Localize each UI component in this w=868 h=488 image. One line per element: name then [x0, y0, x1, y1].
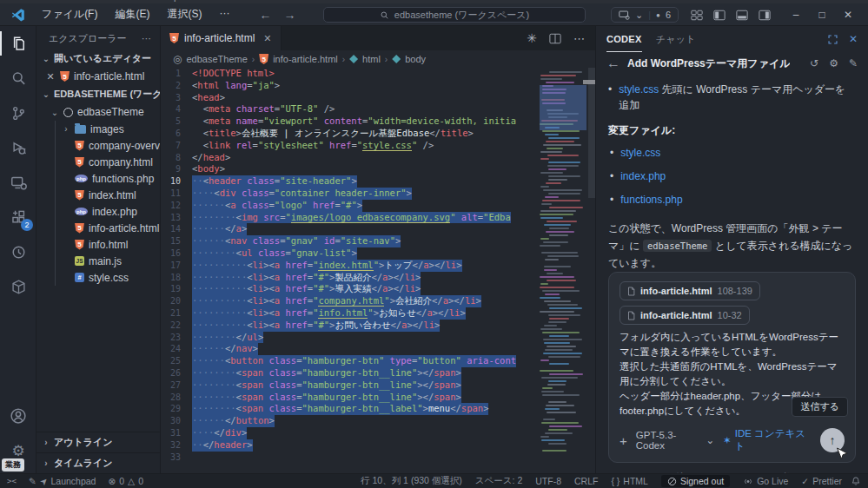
history-icon[interactable]: ↺ — [810, 57, 818, 69]
minimize-button[interactable]: – — [783, 3, 809, 26]
code-line[interactable]: 19··········<li><a href="#">導入実績</a></li… — [161, 283, 595, 295]
code-line[interactable]: 3<head> — [161, 92, 595, 104]
new-chat-icon[interactable]: ✎ — [849, 57, 858, 69]
notifications-bell[interactable] — [851, 476, 861, 486]
tab-info-article[interactable]: 5 info-article.html ✕ — [161, 26, 282, 50]
source-control-icon[interactable] — [0, 96, 36, 130]
code-line[interactable]: 22··········<li><a href="#">お問い合わせ</a></… — [161, 320, 595, 332]
code-line[interactable]: 26········<span class="hamburger-btn__li… — [161, 367, 595, 379]
code-line[interactable]: 17··········<li><a href="index.html">トップ… — [161, 260, 595, 272]
tree-item-company-overv-[interactable]: 5company-overv... — [56, 137, 160, 154]
changed-file-link[interactable]: index.php — [620, 170, 666, 182]
toggle-sidebar-left-icon[interactable] — [713, 10, 726, 21]
code-line[interactable]: 16········<ul class="gnav-list"> — [161, 247, 595, 260]
code-line[interactable]: 5 <meta name="viewport" content="width=d… — [161, 115, 595, 128]
menu-item[interactable]: 編集(E) — [108, 5, 156, 23]
screencast-badge-group[interactable]: ⌄ | ● 6 — [611, 7, 679, 23]
code-line[interactable]: 11····<div class="container header-inner… — [161, 188, 595, 200]
sidebar-more-icon[interactable]: ⋯ — [142, 33, 151, 44]
maximize-button[interactable]: □ — [809, 3, 835, 26]
customize-layout-icon[interactable] — [691, 10, 703, 21]
code-line[interactable]: 20··········<li><a href="company.html">会… — [161, 295, 595, 307]
run-debug-icon[interactable] — [0, 130, 36, 165]
code-line[interactable]: 7 <link rel="stylesheet" href="style.css… — [161, 140, 595, 152]
tree-item-main-js[interactable]: JSmain.js — [56, 253, 160, 269]
menu-item[interactable]: 選択(S) — [160, 5, 209, 23]
code-line[interactable]: 32··</header> — [161, 439, 595, 452]
menu-item[interactable]: ファイル(F) — [35, 5, 104, 23]
openai-icon[interactable]: ✳ — [527, 31, 537, 45]
code-line[interactable]: 30······</button> — [161, 415, 595, 427]
tree-item-style-css[interactable]: #style.css — [56, 269, 160, 286]
code-line[interactable]: 28········<span class="hamburger-btn__li… — [161, 392, 595, 404]
code-line[interactable]: 27········<span class="hamburger-btn__li… — [161, 379, 595, 392]
code-line[interactable]: 33 — [161, 452, 595, 464]
minimap[interactable] — [540, 71, 586, 470]
explorer-icon[interactable] — [0, 26, 36, 61]
model-selector[interactable]: GPT-5.3-Codex ⌄ — [636, 430, 714, 451]
nav-forward-icon[interactable]: → — [283, 8, 295, 22]
code-line[interactable]: 10··<header class="site-header"> — [161, 175, 595, 188]
account-icon[interactable] — [0, 399, 36, 433]
code-line[interactable]: 25······<button class="hamburger-btn" ty… — [161, 355, 595, 367]
expand-panel-icon[interactable] — [827, 34, 838, 45]
indentation[interactable]: スペース: 2 — [475, 475, 522, 487]
breadcrumb-item-file[interactable]: info-article.html — [273, 54, 338, 64]
attach-plus-icon[interactable]: + — [620, 433, 627, 448]
code-line[interactable]: 4 <meta charset="UTF-8" /> — [161, 103, 595, 115]
nav-back-icon[interactable]: ← — [259, 8, 271, 22]
code-line[interactable]: 2<html lang="ja"> — [161, 80, 595, 92]
code-line[interactable]: 18··········<li><a href="#">製品紹介</a></li… — [161, 272, 595, 284]
menu-item[interactable]: ··· — [212, 5, 236, 23]
package-icon[interactable] — [0, 269, 36, 304]
eol[interactable]: CRLF — [574, 476, 598, 486]
close-tab-icon[interactable]: ✕ — [263, 33, 271, 44]
back-icon[interactable]: ← — [606, 56, 620, 71]
code-line[interactable]: 14······</a> — [161, 223, 595, 235]
code-editor[interactable]: 1<!DOCTYPE html>2<html lang="ja">3<head>… — [161, 68, 595, 473]
code-line[interactable]: 31····</div> — [161, 427, 595, 439]
code-line[interactable]: 15······<nav class="gnav" id="site-nav"> — [161, 235, 595, 247]
changed-file-link[interactable]: functions.php — [620, 194, 682, 206]
toggle-panel-icon[interactable] — [736, 10, 748, 21]
code-line[interactable]: 23········</ul> — [161, 332, 595, 344]
tree-item-info-article-html[interactable]: 5info-article.html — [56, 220, 160, 236]
tree-item-images[interactable]: ›images — [56, 121, 160, 137]
breadcrumb-item-html[interactable]: html — [362, 54, 381, 64]
tree-item-functions-php[interactable]: phpfunctions.php — [56, 170, 160, 187]
search-sidebar-icon[interactable] — [0, 61, 36, 96]
changed-file-link[interactable]: style.css — [620, 147, 660, 159]
context-chip[interactable]: info-article.html10-32 — [620, 306, 750, 325]
tree-root-folder[interactable]: ⌄ edbaseTheme — [36, 103, 160, 121]
code-line[interactable]: 1<!DOCTYPE html> — [161, 68, 595, 80]
code-line[interactable]: 9<body> — [161, 163, 595, 175]
code-line[interactable]: 13········<img src="images/logo_edbaseco… — [161, 212, 595, 224]
breadcrumb-item-root[interactable]: edbaseTheme — [186, 54, 247, 64]
breadcrumb-item-body[interactable]: body — [405, 54, 426, 64]
launchpad-item[interactable]: ✎ ➤ Launchpad — [29, 476, 96, 486]
workspace-section[interactable]: ⌄ EDBASETHEME (ワークスペース) — [36, 85, 160, 103]
problems-item[interactable]: ⊗ 0 △ 0 — [108, 476, 143, 486]
code-line[interactable]: 8</head> — [161, 152, 595, 164]
close-panel-icon[interactable]: ✕ — [849, 33, 858, 45]
history-icon[interactable] — [0, 234, 36, 269]
language-mode[interactable]: { } HTML — [611, 476, 648, 486]
tree-item-info-html[interactable]: 5info.html — [56, 236, 160, 253]
context-chip[interactable]: info-article.html108-139 — [620, 281, 760, 300]
signed-out-item[interactable]: Signed out — [661, 475, 730, 487]
open-editor-item[interactable]: ✕ 5 info-article.html — [36, 68, 160, 85]
tree-item-company-html[interactable]: 5company.html — [56, 154, 160, 170]
tree-item-index-html[interactable]: 5index.html — [56, 187, 160, 203]
tab-chat[interactable]: チャット — [656, 26, 696, 52]
code-line[interactable]: 12······<a class="logo" href="#"> — [161, 200, 595, 212]
style-css-link[interactable]: style.css — [619, 83, 659, 96]
command-search-box[interactable]: edbasetheme (ワークスペース) — [323, 7, 586, 23]
tab-codex[interactable]: CODEX — [606, 26, 642, 52]
code-line[interactable]: 6 <title>会社概要 | オンラインスクール基盤Edbase</title… — [161, 128, 595, 140]
open-editors-section[interactable]: ⌄ 開いているエディター — [36, 49, 160, 68]
cursor-position[interactable]: 行 10、列 1 (930 個選択) — [361, 475, 462, 487]
remote-explorer-icon[interactable] — [0, 165, 36, 200]
close-editor-icon[interactable]: ✕ — [45, 71, 56, 82]
timeline-section[interactable]: › タイムライン — [36, 452, 160, 473]
editor-more-icon[interactable]: ⋯ — [573, 32, 585, 45]
